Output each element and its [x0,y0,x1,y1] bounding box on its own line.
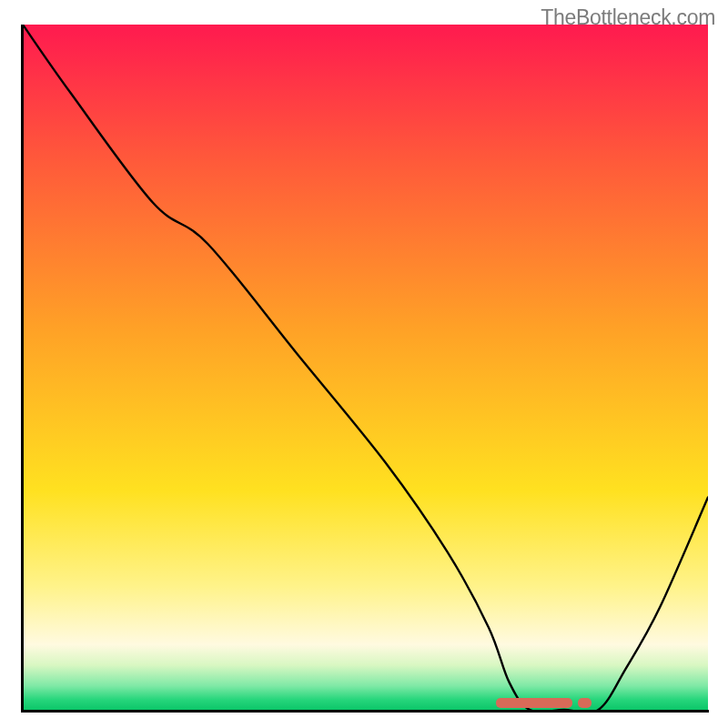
plot-svg [23,25,708,710]
marker-segment-main [496,698,572,708]
plot-area [23,25,708,710]
chart-container: TheBottleneck.com [0,0,728,728]
optimal-range-marker [496,698,592,708]
watermark-text: TheBottleneck.com [541,5,715,30]
marker-segment-dash [578,698,592,708]
gradient-rect [23,25,708,710]
